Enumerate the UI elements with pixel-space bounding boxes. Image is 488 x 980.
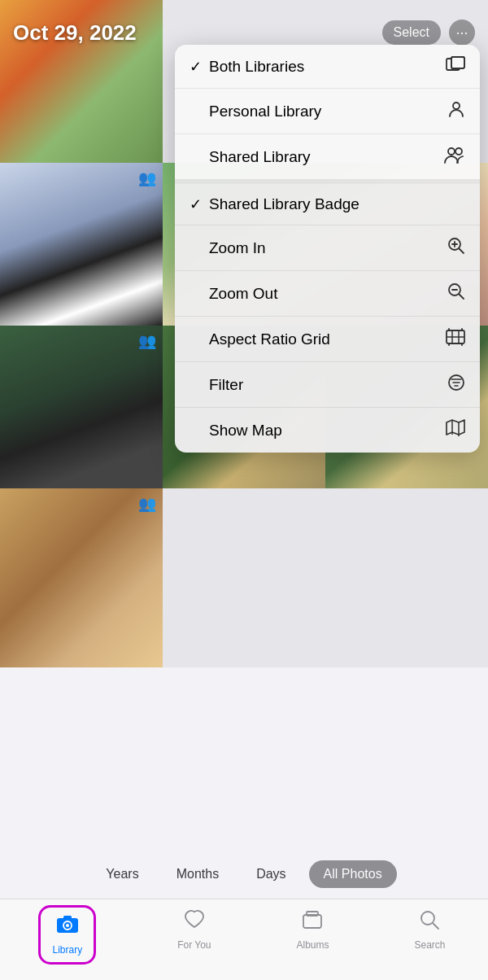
icon-zoom-out [447, 282, 465, 304]
photo-gray-bottom [163, 488, 488, 667]
menu-item-shared-library[interactable]: Shared Library [175, 134, 480, 184]
label-aspect-ratio-grid: Aspect Ratio Grid [209, 330, 446, 348]
tab-months[interactable]: Months [162, 860, 233, 888]
select-button[interactable]: Select [382, 20, 441, 45]
photo-bread: 👥 [0, 488, 163, 667]
svg-point-29 [66, 924, 69, 927]
icon-filter [447, 374, 465, 396]
menu-item-both-libraries[interactable]: ✓ Both Libraries [175, 45, 480, 89]
menu-item-show-map[interactable]: Show Map [175, 408, 480, 453]
label-shared-library-badge: Shared Library Badge [209, 195, 465, 213]
svg-line-11 [460, 295, 464, 300]
header-date: Oct 29, 2022 [13, 20, 382, 46]
tab-years[interactable]: Years [91, 860, 153, 888]
for-you-icon [183, 909, 206, 936]
photo-family: 👥 [0, 326, 163, 488]
label-zoom-in: Zoom In [209, 239, 447, 257]
search-icon [419, 909, 440, 936]
photo-woman1: 👥 [0, 163, 163, 326]
tab-albums[interactable]: Albums [296, 909, 329, 951]
shared-badge-1: 👥 [138, 169, 156, 187]
tab-days[interactable]: Days [242, 860, 300, 888]
tab-bar: Library For You Albums Search [0, 899, 488, 980]
tab-library[interactable]: Library [42, 909, 92, 960]
library-icon [56, 914, 79, 941]
label-both-libraries: Both Libraries [209, 58, 446, 76]
check-shared-library-badge: ✓ [190, 195, 209, 213]
icon-personal-library [447, 100, 465, 122]
icon-shared-library [444, 146, 465, 168]
label-zoom-out: Zoom Out [209, 285, 447, 303]
label-show-map: Show Map [209, 422, 446, 440]
label-filter: Filter [209, 376, 447, 394]
svg-rect-30 [63, 916, 72, 919]
svg-rect-1 [451, 57, 464, 68]
tab-all-photos[interactable]: All Photos [309, 860, 397, 888]
menu-item-zoom-out[interactable]: Zoom Out [175, 271, 480, 317]
tab-search[interactable]: Search [414, 909, 445, 951]
tab-label-search: Search [414, 939, 445, 951]
menu-item-shared-library-badge[interactable]: ✓ Shared Library Badge [175, 184, 480, 225]
svg-point-33 [421, 912, 434, 925]
icon-both-libraries [446, 56, 465, 77]
check-both-libraries: ✓ [190, 58, 209, 76]
menu-item-zoom-in[interactable]: Zoom In [175, 225, 480, 271]
menu-item-personal-library[interactable]: Personal Library [175, 89, 480, 134]
menu-item-aspect-ratio-grid[interactable]: Aspect Ratio Grid [175, 317, 480, 362]
shared-badge-2: 👥 [138, 332, 156, 350]
albums-icon [301, 909, 324, 936]
icon-show-map [446, 419, 465, 441]
tab-for-you[interactable]: For You [177, 909, 211, 951]
icon-zoom-in [447, 237, 465, 259]
svg-point-4 [448, 148, 455, 155]
menu-item-filter[interactable]: Filter [175, 362, 480, 408]
label-personal-library: Personal Library [209, 103, 447, 120]
tab-label-for-you: For You [177, 939, 211, 951]
tab-label-albums: Albums [296, 939, 329, 951]
tab-label-library: Library [52, 944, 82, 956]
svg-line-34 [434, 924, 439, 930]
label-shared-library: Shared Library [209, 148, 444, 166]
svg-point-5 [455, 148, 462, 155]
svg-rect-32 [307, 912, 318, 916]
svg-point-3 [453, 103, 460, 109]
time-tabs: Years Months Days All Photos [0, 850, 488, 899]
icon-aspect-ratio-grid [446, 328, 465, 350]
svg-rect-31 [303, 915, 321, 928]
dropdown-menu: ✓ Both Libraries Personal Library Shared… [175, 45, 480, 453]
shared-badge-3: 👥 [138, 495, 156, 513]
more-button[interactable]: ··· [449, 20, 475, 46]
svg-line-7 [460, 249, 464, 254]
